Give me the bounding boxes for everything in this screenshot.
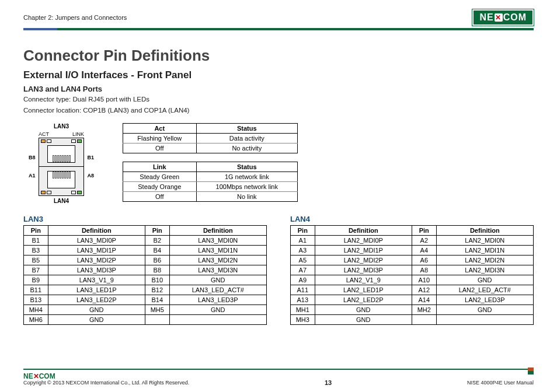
table-cell bbox=[436, 315, 533, 325]
table-cell: GND bbox=[169, 305, 266, 315]
table-cell: Off bbox=[123, 144, 197, 153]
table-cell: B12 bbox=[145, 285, 169, 295]
table-cell: A10 bbox=[412, 275, 436, 285]
table-cell: A7 bbox=[291, 265, 315, 275]
table-cell: LAN2_LED1P bbox=[315, 285, 412, 295]
lan4-table-title: LAN4 bbox=[290, 215, 534, 223]
table-cell bbox=[169, 315, 266, 325]
lan3-pin-table: Pin Definition Pin Definition B1LAN3_MDI… bbox=[23, 225, 267, 325]
pin-a8-label: A8 bbox=[87, 173, 94, 178]
page-number: 13 bbox=[325, 379, 332, 386]
table-cell: LAN2_MDI0N bbox=[436, 236, 533, 246]
table-cell: A11 bbox=[291, 285, 315, 295]
table-cell: LAN2_LED2P bbox=[315, 295, 412, 305]
table-cell: LAN2_MDI2N bbox=[436, 256, 533, 265]
table-cell: MH1 bbox=[291, 305, 315, 315]
table-cell: MH5 bbox=[145, 305, 169, 315]
table-cell: LAN2_MDI2P bbox=[315, 256, 412, 265]
connector-location-text: Connector location: COP1B (LAN3) and COP… bbox=[23, 106, 534, 116]
table-cell: B6 bbox=[145, 256, 169, 265]
table-cell: GND bbox=[315, 315, 412, 325]
status-header: Status bbox=[196, 162, 297, 172]
table-cell: Off bbox=[123, 192, 197, 202]
table-cell: LAN2_MDI0P bbox=[315, 236, 412, 246]
table-cell: LAN3_MDI2P bbox=[48, 256, 145, 265]
page-footer: NE✕COM Copyright © 2013 NEXCOM Internati… bbox=[23, 369, 534, 386]
subsection-title: LAN3 and LAN4 Ports bbox=[23, 85, 534, 93]
act-label: ACT bbox=[39, 131, 49, 137]
table-cell: MH2 bbox=[412, 305, 436, 315]
table-header: Pin bbox=[145, 226, 169, 236]
table-cell: Flashing Yellow bbox=[123, 134, 197, 144]
table-cell: LAN2_LED_ACT# bbox=[436, 285, 533, 295]
table-cell: A14 bbox=[412, 295, 436, 305]
table-cell: A12 bbox=[412, 285, 436, 295]
pin-b8-label: B8 bbox=[29, 155, 36, 160]
pin-b1-label: B1 bbox=[87, 155, 94, 160]
table-cell: B4 bbox=[145, 246, 169, 256]
table-cell: LAN3_MDI1N bbox=[169, 246, 266, 256]
table-cell: LAN3_MDI0P bbox=[48, 236, 145, 246]
table-cell: A9 bbox=[291, 275, 315, 285]
table-cell: LAN3_MDI0N bbox=[169, 236, 266, 246]
link-status-table: LinkStatus Steady Green1G network link S… bbox=[123, 162, 298, 202]
table-cell: LAN3_MDI1P bbox=[48, 246, 145, 256]
table-cell: LAN2_V1_9 bbox=[315, 275, 412, 285]
act-header: Act bbox=[123, 124, 197, 134]
brand-logo: NE✕COM bbox=[472, 9, 534, 26]
table-cell: A2 bbox=[412, 236, 436, 246]
table-cell: A1 bbox=[291, 236, 315, 246]
table-cell: Steady Green bbox=[123, 172, 197, 182]
table-cell: MH3 bbox=[291, 315, 315, 325]
lan3-table-title: LAN3 bbox=[23, 215, 267, 223]
table-cell: B8 bbox=[145, 265, 169, 275]
connector-type-text: Connector type: Dual RJ45 port with LEDs bbox=[23, 94, 534, 104]
table-cell: LAN3_V1_9 bbox=[48, 275, 145, 285]
table-cell: B10 bbox=[145, 275, 169, 285]
table-cell bbox=[145, 315, 169, 325]
table-cell: B2 bbox=[145, 236, 169, 246]
table-cell: No activity bbox=[196, 144, 297, 153]
footer-brand: NE✕COM bbox=[23, 372, 55, 380]
table-cell: B11 bbox=[24, 285, 48, 295]
table-cell: B5 bbox=[24, 256, 48, 265]
table-cell: LAN3_LED3P bbox=[169, 295, 266, 305]
table-cell: LAN2_MDI3N bbox=[436, 265, 533, 275]
table-header: Definition bbox=[48, 226, 145, 236]
table-cell: GND bbox=[169, 275, 266, 285]
table-cell: Steady Orange bbox=[123, 182, 197, 192]
table-cell: Data activity bbox=[196, 134, 297, 144]
table-cell: 100Mbps network link bbox=[196, 182, 297, 192]
table-cell: LAN2_LED3P bbox=[436, 295, 533, 305]
table-cell: A13 bbox=[291, 295, 315, 305]
table-cell: B14 bbox=[145, 295, 169, 305]
table-cell bbox=[412, 315, 436, 325]
table-cell: A8 bbox=[412, 265, 436, 275]
table-cell: B3 bbox=[24, 246, 48, 256]
table-cell: 1G network link bbox=[196, 172, 297, 182]
table-cell: GND bbox=[436, 275, 533, 285]
table-cell: MH6 bbox=[24, 315, 48, 325]
table-cell: B1 bbox=[24, 236, 48, 246]
link-header: Link bbox=[123, 162, 197, 172]
table-cell: GND bbox=[48, 305, 145, 315]
table-cell: LAN2_MDI1N bbox=[436, 246, 533, 256]
link-label: LINK bbox=[72, 131, 84, 137]
table-cell: LAN3_MDI2N bbox=[169, 256, 266, 265]
chapter-label: Chapter 2: Jumpers and Connectors bbox=[23, 14, 127, 21]
table-cell: LAN2_MDI1P bbox=[315, 246, 412, 256]
table-header: Pin bbox=[24, 226, 48, 236]
table-cell: GND bbox=[436, 305, 533, 315]
table-cell: LAN2_MDI3P bbox=[315, 265, 412, 275]
table-header: Pin bbox=[291, 226, 315, 236]
table-cell: B13 bbox=[24, 295, 48, 305]
table-header: Definition bbox=[169, 226, 266, 236]
pin-a1-label: A1 bbox=[29, 173, 36, 178]
table-cell: GND bbox=[48, 315, 145, 325]
doc-name: NISE 4000P4E User Manual bbox=[467, 380, 534, 386]
table-cell: LAN3_LED1P bbox=[48, 285, 145, 295]
table-header: Pin bbox=[412, 226, 436, 236]
header-rule bbox=[23, 28, 534, 30]
table-cell: LAN3_LED_ACT# bbox=[169, 285, 266, 295]
table-cell: LAN3_MDI3N bbox=[169, 265, 266, 275]
